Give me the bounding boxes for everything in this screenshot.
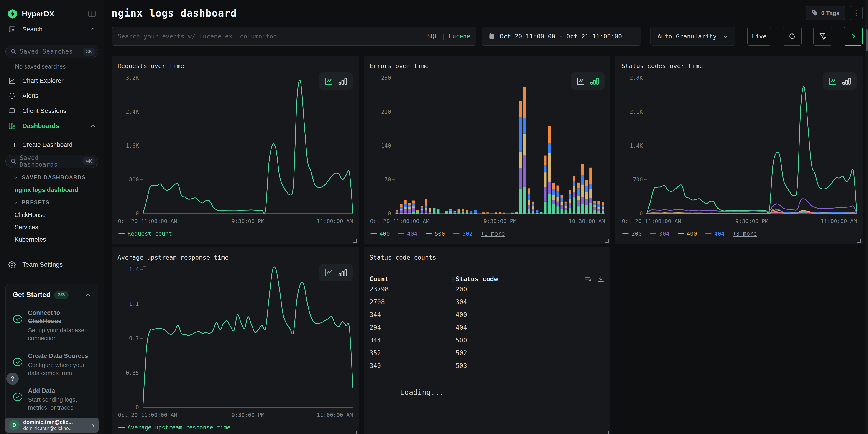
legend-swatch bbox=[398, 234, 404, 234]
column-resize-handle[interactable]: ⋮ bbox=[450, 276, 456, 283]
get-started-step-data-sources[interactable]: Create Data Sources Configure where your… bbox=[12, 352, 91, 377]
chevron-up-icon[interactable] bbox=[90, 123, 96, 129]
legend-more-link[interactable]: +3 more bbox=[733, 230, 757, 237]
bar-chart-toggle[interactable] bbox=[338, 76, 348, 86]
preset-services[interactable]: Services bbox=[0, 221, 103, 234]
legend-item[interactable]: 404 bbox=[398, 230, 417, 237]
legend-item[interactable]: 304 bbox=[650, 230, 669, 237]
line-chart-toggle[interactable] bbox=[576, 76, 586, 86]
panel-resize-handle[interactable] bbox=[353, 239, 357, 243]
granularity-select[interactable]: Auto Granularity bbox=[650, 27, 736, 45]
chevron-up-icon[interactable] bbox=[90, 26, 96, 32]
refresh-button[interactable] bbox=[783, 27, 802, 45]
legend-more-link[interactable]: +1 more bbox=[481, 230, 504, 237]
table-row[interactable]: 294404 bbox=[370, 321, 605, 334]
lucene-mode-button[interactable]: Lucene bbox=[449, 33, 470, 40]
step-title: Create Data Sources bbox=[28, 352, 91, 360]
get-started-step-add-data[interactable]: Add Data Start sending logs, metrics, or… bbox=[12, 386, 91, 412]
dashboard-grid: Requests over time 08001.6K2.4K3.2KOct 2… bbox=[112, 56, 863, 434]
page-header: nginx logs dashboard 0 Tags ⋮ bbox=[112, 6, 863, 20]
saved-dashboards-group-header[interactable]: SAVED DASHBOARDS bbox=[0, 171, 103, 184]
legend-item[interactable]: Average upstream response time bbox=[118, 424, 230, 431]
legend-item[interactable]: 500 bbox=[426, 230, 445, 237]
sidebar-item-label: Dashboards bbox=[22, 122, 59, 130]
sidebar-item-label: Team Settings bbox=[22, 261, 63, 268]
line-chart-toggle[interactable] bbox=[324, 268, 334, 278]
legend-label: 400 bbox=[687, 230, 697, 237]
panel-resize-handle[interactable] bbox=[605, 431, 609, 434]
legend-item[interactable]: 404 bbox=[705, 230, 724, 237]
preset-kubernetes[interactable]: Kubernetes bbox=[0, 234, 103, 246]
panel-resize-handle[interactable] bbox=[605, 239, 609, 243]
table-options-icon[interactable] bbox=[585, 276, 592, 283]
page-scrollbar[interactable] bbox=[865, 0, 868, 434]
column-header-count[interactable]: Count bbox=[370, 275, 450, 283]
panel-resize-handle[interactable] bbox=[857, 239, 861, 243]
sidebar-item-client-sessions[interactable]: Client Sessions bbox=[0, 103, 103, 118]
legend-item[interactable]: 200 bbox=[622, 230, 642, 237]
collapse-sidebar-icon[interactable] bbox=[88, 9, 96, 18]
count-cell: 294 bbox=[370, 324, 456, 331]
bar-chart-toggle[interactable] bbox=[842, 76, 851, 86]
status-codes-chart[interactable]: 07001.4K2.1K2.8KOct 20 11:00:00 AM9:30:0… bbox=[621, 71, 859, 228]
step-desc: Set up your database connection bbox=[28, 326, 91, 342]
panel-resize-handle[interactable] bbox=[353, 431, 357, 434]
chevron-up-icon[interactable] bbox=[85, 292, 91, 298]
line-chart-toggle[interactable] bbox=[828, 76, 838, 86]
table-row[interactable]: 352502 bbox=[370, 347, 605, 359]
filter-button[interactable] bbox=[813, 27, 832, 45]
svg-text:Oct 20 11:00:00 AM: Oct 20 11:00:00 AM bbox=[622, 218, 681, 224]
presets-group-header[interactable]: PRESETS bbox=[0, 196, 103, 209]
column-header-status-code[interactable]: Status code bbox=[456, 275, 585, 283]
table-row[interactable]: 340503 bbox=[370, 359, 605, 372]
live-button[interactable]: Live bbox=[747, 27, 771, 45]
legend-item[interactable]: Request count bbox=[118, 230, 172, 237]
sidebar-item-alerts[interactable]: Alerts bbox=[0, 88, 103, 103]
tags-button[interactable]: 0 Tags bbox=[806, 6, 845, 20]
table-row[interactable]: 2708304 bbox=[370, 296, 605, 308]
saved-dashboards-input[interactable]: Saved Dashboards ⌘K bbox=[5, 155, 98, 168]
event-search-input[interactable]: Search your events w/ Lucene ex. column:… bbox=[112, 27, 476, 45]
requests-chart[interactable]: 08001.6K2.4K3.2KOct 20 11:00:00 AM9:30:0… bbox=[118, 71, 355, 228]
sidebar-item-search[interactable]: Search bbox=[0, 22, 103, 37]
svg-text:0: 0 bbox=[136, 210, 139, 217]
sidebar-item-dashboards[interactable]: Dashboards bbox=[0, 118, 103, 133]
count-cell: 344 bbox=[370, 337, 456, 344]
chevron-down-icon bbox=[13, 200, 18, 205]
avatar: D bbox=[9, 420, 20, 430]
play-icon bbox=[849, 33, 857, 40]
status-code-cell: 404 bbox=[456, 324, 467, 331]
legend-item[interactable]: 400 bbox=[370, 230, 390, 237]
create-dashboard-button[interactable]: + Create Dashboard bbox=[0, 138, 103, 151]
run-query-button[interactable] bbox=[844, 27, 863, 45]
svg-text:Oct 20 11:00:00 AM: Oct 20 11:00:00 AM bbox=[118, 218, 177, 224]
table-row[interactable]: 23798200 bbox=[370, 283, 605, 296]
saved-dashboard-nginx-logs[interactable]: nginx logs dashboard bbox=[0, 184, 103, 196]
svg-text:9:30:00 PM: 9:30:00 PM bbox=[736, 218, 769, 224]
sql-mode-button[interactable]: SQL bbox=[427, 33, 438, 40]
table-row[interactable]: 344500 bbox=[370, 334, 605, 347]
help-button[interactable]: ? bbox=[6, 373, 19, 385]
legend-item[interactable]: 400 bbox=[678, 230, 697, 237]
bar-chart-toggle[interactable] bbox=[590, 76, 599, 86]
more-options-button[interactable]: ⋮ bbox=[850, 6, 863, 20]
errors-chart[interactable]: 070140210280Oct 20 11:00:00 AM9:30:00 PM… bbox=[370, 71, 607, 228]
user-menu[interactable]: D dominic.tran@clic... dominic.tran@clic… bbox=[5, 417, 99, 433]
upstream-response-chart[interactable]: 00.350.71.11.4Oct 20 11:00:00 AM9:30:00 … bbox=[118, 262, 355, 422]
svg-text:10:30:00 AM: 10:30:00 AM bbox=[569, 218, 605, 224]
sidebar-item-team-settings[interactable]: Team Settings bbox=[0, 257, 103, 272]
legend-item[interactable]: 502 bbox=[453, 230, 472, 237]
line-chart-toggle[interactable] bbox=[324, 76, 334, 86]
sidebar-item-chart-explorer[interactable]: Chart Explorer bbox=[0, 73, 103, 88]
scrollbar-thumb[interactable] bbox=[866, 29, 868, 51]
get-started-step-connect[interactable]: Connect to ClickHouse Set up your databa… bbox=[12, 309, 91, 342]
table-row[interactable]: 344400 bbox=[370, 308, 605, 321]
date-range-button[interactable]: Oct 20 11:00:00 - Oct 21 11:00:00 bbox=[482, 27, 641, 45]
bar-chart-toggle[interactable] bbox=[338, 268, 348, 278]
status-code-cell: 502 bbox=[456, 349, 467, 357]
logs-icon bbox=[8, 26, 17, 33]
download-csv-icon[interactable] bbox=[597, 276, 604, 283]
saved-searches-input[interactable]: Saved Searches ⌘K bbox=[5, 45, 98, 58]
preset-clickhouse[interactable]: ClickHouse bbox=[0, 209, 103, 221]
chart-legend: 400404500502+1 more bbox=[370, 230, 605, 237]
